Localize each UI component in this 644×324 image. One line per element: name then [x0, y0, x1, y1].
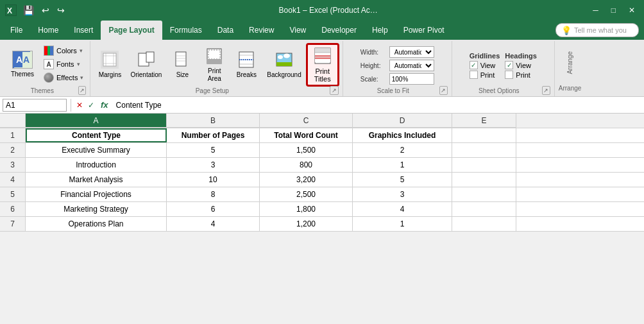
row-header-1[interactable]: 1	[0, 128, 26, 142]
scale-input[interactable]	[389, 73, 434, 85]
row-header-7[interactable]: 7	[0, 217, 26, 231]
tell-me-box[interactable]: 💡 Tell me what you	[555, 23, 639, 37]
print-titles-button[interactable]: PrintTitles	[307, 44, 339, 86]
cell-e1[interactable]	[452, 128, 516, 142]
sheet-options-group-expand[interactable]: ↗	[542, 86, 550, 95]
table-row: 4 Market Analysis 10 3,200 5	[0, 173, 644, 187]
cell-e3[interactable]	[452, 158, 516, 172]
minimize-button[interactable]: ─	[589, 4, 602, 16]
row-header-4[interactable]: 4	[0, 173, 26, 187]
tab-page-layout[interactable]: Page Layout	[101, 21, 162, 40]
themes-label: Themes	[11, 71, 34, 78]
cell-b3[interactable]: 3	[167, 158, 260, 172]
col-header-b[interactable]: B	[167, 114, 260, 128]
cell-c7[interactable]: 1,200	[260, 217, 353, 231]
redo-qat-button[interactable]: ↪	[55, 4, 67, 17]
cell-a4[interactable]: Market Analysis	[26, 173, 167, 187]
gridlines-view-checkbox[interactable]	[470, 61, 478, 69]
undo-qat-button[interactable]: ↩	[39, 4, 52, 17]
background-button[interactable]: Background	[263, 44, 305, 86]
cell-d7[interactable]: 1	[353, 217, 452, 231]
cell-c6[interactable]: 1,800	[260, 202, 353, 216]
margins-button[interactable]: Margins	[94, 44, 125, 86]
cell-c1[interactable]: Total Word Count	[260, 128, 353, 142]
headings-print-checkbox[interactable]	[505, 71, 513, 79]
gridlines-column: Gridlines View Print	[470, 52, 500, 79]
row-header-5[interactable]: 5	[0, 187, 26, 201]
cell-e4[interactable]	[452, 173, 516, 187]
tab-power-pivot[interactable]: Power Pivot	[396, 21, 452, 40]
scale-group-expand[interactable]: ↗	[439, 86, 448, 95]
gridlines-print-label: Print	[480, 71, 495, 79]
fonts-button[interactable]: A Fonts ▾	[41, 58, 86, 71]
save-qat-button[interactable]: 💾	[21, 4, 37, 17]
cell-b7[interactable]: 4	[167, 217, 260, 231]
cell-d5[interactable]: 3	[353, 187, 452, 201]
tab-review[interactable]: Review	[241, 21, 282, 40]
cell-c5[interactable]: 2,500	[260, 187, 353, 201]
cell-d4[interactable]: 5	[353, 173, 452, 187]
cell-a7[interactable]: Operations Plan	[26, 217, 167, 231]
cell-b5[interactable]: 8	[167, 187, 260, 201]
tab-insert[interactable]: Insert	[66, 21, 101, 40]
cell-a6[interactable]: Marketing Strategy	[26, 202, 167, 216]
tab-file[interactable]: File	[3, 21, 30, 40]
svg-point-26	[278, 55, 283, 59]
col-header-a[interactable]: A	[26, 114, 167, 128]
orientation-icon	[137, 51, 155, 70]
headings-view-checkbox[interactable]	[505, 61, 513, 69]
cell-e5[interactable]	[452, 187, 516, 201]
cell-c3[interactable]: 800	[260, 158, 353, 172]
cell-e2[interactable]	[452, 143, 516, 157]
close-button[interactable]: ✕	[625, 4, 639, 16]
row-header-3[interactable]: 3	[0, 158, 26, 172]
maximize-button[interactable]: □	[607, 4, 620, 16]
cell-a5[interactable]: Financial Projections	[26, 187, 167, 201]
tab-data[interactable]: Data	[210, 21, 241, 40]
themes-button[interactable]: A A Themes	[6, 44, 38, 85]
row-header-2[interactable]: 2	[0, 143, 26, 157]
cell-b2[interactable]: 5	[167, 143, 260, 157]
cell-b4[interactable]: 10	[167, 173, 260, 187]
cell-a2[interactable]: Executive Summary	[26, 143, 167, 157]
col-header-c[interactable]: C	[260, 114, 353, 128]
tab-view[interactable]: View	[282, 21, 314, 40]
tab-formulas[interactable]: Formulas	[162, 21, 210, 40]
cell-a3[interactable]: Introduction	[26, 158, 167, 172]
effects-button[interactable]: Effects ▾	[41, 71, 86, 84]
height-select[interactable]: Automatic	[389, 60, 434, 71]
scale-group-label: Scale to Fit	[347, 86, 439, 96]
svg-text:A: A	[16, 55, 22, 65]
colors-button[interactable]: Colors ▾	[41, 44, 86, 57]
cell-a1[interactable]: Content Type	[26, 128, 167, 142]
col-header-d[interactable]: D	[353, 114, 452, 128]
cell-d6[interactable]: 4	[353, 202, 452, 216]
orientation-button[interactable]: Orientation	[126, 44, 165, 86]
col-header-e[interactable]: E	[452, 114, 516, 128]
cell-e6[interactable]	[452, 202, 516, 216]
cell-b6[interactable]: 6	[167, 202, 260, 216]
svg-rect-13	[146, 52, 154, 62]
row-header-6[interactable]: 6	[0, 202, 26, 216]
confirm-formula-button[interactable]: ✓	[87, 99, 96, 111]
tab-developer[interactable]: Developer	[314, 21, 364, 40]
page-setup-group-expand[interactable]: ↗	[330, 86, 339, 95]
cell-d1[interactable]: Graphics Included	[353, 128, 452, 142]
cell-c2[interactable]: 1,500	[260, 143, 353, 157]
tab-home[interactable]: Home	[30, 21, 66, 40]
tab-help[interactable]: Help	[364, 21, 396, 40]
cell-c4[interactable]: 3,200	[260, 173, 353, 187]
cancel-formula-button[interactable]: ✕	[75, 99, 84, 111]
print-area-button[interactable]: PrintArea	[199, 44, 230, 86]
cell-d2[interactable]: 2	[353, 143, 452, 157]
gridlines-print-checkbox[interactable]	[470, 71, 478, 79]
name-box[interactable]: A1	[3, 99, 67, 112]
cell-e7[interactable]	[452, 217, 516, 231]
breaks-button[interactable]: Breaks	[231, 44, 262, 86]
cell-b1[interactable]: Number of Pages	[167, 128, 260, 142]
cell-d3[interactable]: 1	[353, 158, 452, 172]
width-select[interactable]: Automatic	[389, 46, 434, 58]
formula-input[interactable]	[114, 101, 641, 110]
themes-group-expand[interactable]: ↗	[78, 86, 87, 95]
size-button[interactable]: Size	[167, 44, 198, 86]
